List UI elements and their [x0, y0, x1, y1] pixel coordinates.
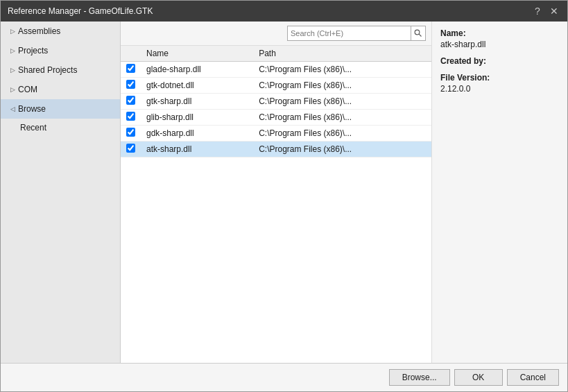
close-button[interactable]: ✕: [548, 5, 560, 17]
row-checkbox-cell: [121, 110, 141, 126]
projects-arrow: ▷: [10, 47, 15, 54]
svg-line-1: [419, 34, 421, 36]
row-path: C:\Program Files (x86)\...: [253, 110, 431, 126]
dialog-title: Reference Manager - GameOfLife.GTK: [8, 6, 153, 16]
sidebar-item-browse[interactable]: ◁ Browse: [1, 99, 120, 119]
search-button[interactable]: [411, 26, 425, 40]
table-row[interactable]: gtk-sharp.dllC:\Program Files (x86)\...: [121, 94, 431, 110]
row-name: gtk-sharp.dll: [141, 94, 253, 110]
table-row[interactable]: gtk-dotnet.dllC:\Program Files (x86)\...: [121, 78, 431, 94]
reference-manager-dialog: Reference Manager - GameOfLife.GTK ? ✕ ▷…: [0, 0, 568, 392]
footer: Browse... OK Cancel: [1, 363, 567, 391]
table-row[interactable]: gdk-sharp.dllC:\Program Files (x86)\...: [121, 126, 431, 142]
row-path: C:\Program Files (x86)\...: [253, 62, 431, 78]
row-name: gdk-sharp.dll: [141, 126, 253, 142]
file-version-label: File Version:: [440, 73, 559, 83]
row-checkbox[interactable]: [126, 112, 135, 121]
table-row[interactable]: glib-sharp.dllC:\Program Files (x86)\...: [121, 110, 431, 126]
sidebar-item-shared-projects[interactable]: ▷ Shared Projects: [1, 60, 120, 80]
row-checkbox-cell: [121, 78, 141, 94]
sidebar-subitem-recent[interactable]: Recent: [1, 119, 120, 137]
row-path: C:\Program Files (x86)\...: [253, 78, 431, 94]
file-table: Name Path glade-sharp.dllC:\Program File…: [121, 46, 431, 363]
row-path: C:\Program Files (x86)\...: [253, 94, 431, 110]
col-header-name: Name: [141, 46, 253, 62]
row-checkbox[interactable]: [126, 96, 135, 105]
assemblies-arrow: ▷: [10, 28, 15, 35]
list-panel: Name Path glade-sharp.dllC:\Program File…: [121, 22, 432, 363]
row-checkbox[interactable]: [126, 80, 135, 89]
browse-arrow: ◁: [10, 105, 15, 112]
row-path: C:\Program Files (x86)\...: [253, 126, 431, 142]
row-checkbox[interactable]: [126, 64, 135, 73]
file-version-value: 2.12.0.0: [440, 84, 559, 94]
search-input-wrap: [287, 26, 426, 41]
right-panel: Name Path glade-sharp.dllC:\Program File…: [121, 22, 567, 363]
row-checkbox[interactable]: [126, 144, 135, 153]
search-input[interactable]: [288, 29, 411, 37]
browse-button[interactable]: Browse...: [389, 369, 450, 386]
sidebar-item-assemblies[interactable]: ▷ Assemblies: [1, 22, 120, 41]
sidebar: ▷ Assemblies ▷ Projects ▷ Shared Project…: [1, 22, 121, 363]
svg-point-0: [415, 30, 420, 35]
row-checkbox-cell: [121, 142, 141, 157]
row-name: gtk-dotnet.dll: [141, 78, 253, 94]
search-bar: [121, 22, 431, 46]
row-checkbox-cell: [121, 62, 141, 78]
projects-label: Projects: [18, 46, 48, 56]
table-row[interactable]: atk-sharp.dllC:\Program Files (x86)\...: [121, 142, 431, 157]
recent-label: Recent: [20, 123, 46, 133]
ok-button[interactable]: OK: [454, 369, 503, 386]
browse-label: Browse: [18, 104, 46, 114]
col-header-path: Path: [253, 46, 431, 62]
cancel-button[interactable]: Cancel: [507, 369, 559, 386]
title-bar-controls: ? ✕: [531, 5, 560, 17]
row-name: glade-sharp.dll: [141, 62, 253, 78]
row-checkbox[interactable]: [126, 128, 135, 137]
row-checkbox-cell: [121, 94, 141, 110]
row-name: glib-sharp.dll: [141, 110, 253, 126]
row-path: C:\Program Files (x86)\...: [253, 142, 431, 157]
search-icon: [414, 29, 422, 37]
sidebar-item-com[interactable]: ▷ COM: [1, 80, 120, 99]
col-header-checkbox: [121, 46, 141, 62]
table-row[interactable]: glade-sharp.dllC:\Program Files (x86)\..…: [121, 62, 431, 78]
row-checkbox-cell: [121, 126, 141, 142]
com-arrow: ▷: [10, 86, 15, 93]
row-name: atk-sharp.dll: [141, 142, 253, 157]
info-panel: Name: atk-sharp.dll Created by: File Ver…: [432, 22, 567, 363]
help-button[interactable]: ?: [531, 5, 544, 17]
com-label: COM: [18, 85, 37, 94]
main-body: ▷ Assemblies ▷ Projects ▷ Shared Project…: [1, 22, 567, 363]
sidebar-item-projects[interactable]: ▷ Projects: [1, 41, 120, 60]
name-label: Name:: [440, 28, 559, 38]
name-value: atk-sharp.dll: [440, 40, 559, 49]
created-by-label: Created by:: [440, 56, 559, 66]
shared-projects-arrow: ▷: [10, 67, 15, 74]
shared-projects-label: Shared Projects: [18, 65, 77, 75]
title-bar: Reference Manager - GameOfLife.GTK ? ✕: [1, 1, 567, 22]
assemblies-label: Assemblies: [18, 26, 60, 36]
